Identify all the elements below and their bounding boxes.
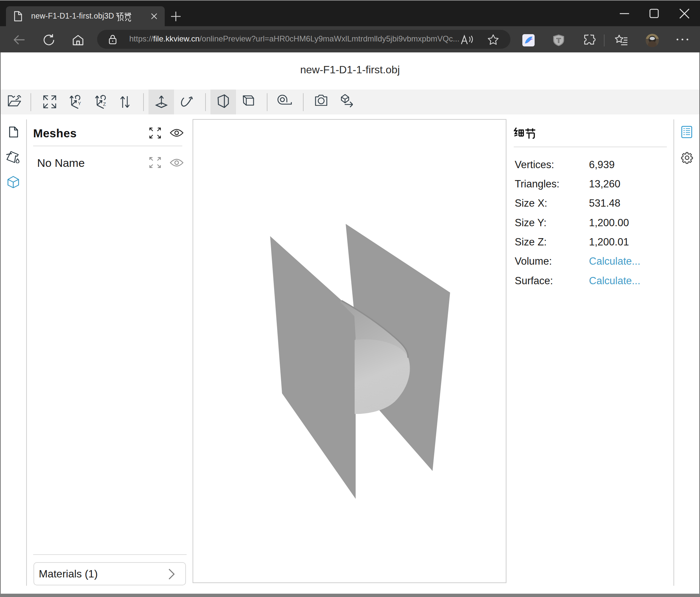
svg-text:Z: Z <box>103 101 106 107</box>
svg-text:Y: Y <box>78 101 81 106</box>
